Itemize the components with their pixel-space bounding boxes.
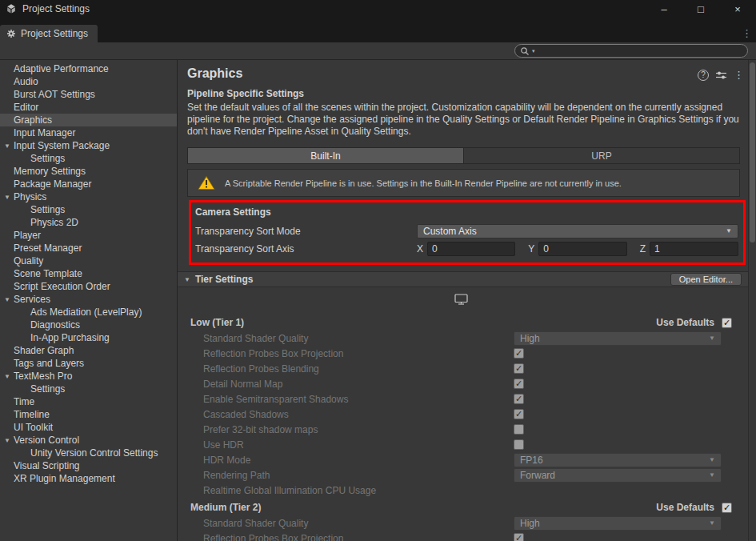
rendering-path-dropdown[interactable]: Forward▼ <box>514 468 722 483</box>
sidebar-item-physics[interactable]: ▼Physics <box>0 190 177 203</box>
sidebar-item-physics-2d[interactable]: Physics 2D <box>0 216 177 229</box>
transparency-sort-mode-row: Transparency Sort Mode Custom Axis ▼ <box>193 223 738 238</box>
axis-y-field[interactable] <box>538 242 626 256</box>
sidebar-item-timeline[interactable]: Timeline <box>0 408 177 421</box>
axis-z-field[interactable] <box>650 242 738 256</box>
foldout-arrow-icon[interactable]: ▼ <box>4 142 14 150</box>
open-editor-button[interactable]: Open Editor... <box>670 273 742 286</box>
sidebar-item-diagnostics[interactable]: Diagnostics <box>0 319 177 331</box>
sidebar-item-time[interactable]: Time <box>0 395 177 408</box>
standard-shader-quality-dropdown[interactable]: High▼ <box>514 516 722 531</box>
axis-x-field[interactable] <box>427 242 515 256</box>
sidebar-item-memory-settings[interactable]: Memory Settings <box>0 165 177 178</box>
close-button[interactable]: × <box>719 0 756 18</box>
foldout-arrow-icon[interactable]: ▼ <box>4 373 14 380</box>
chevron-down-icon: ▼ <box>709 471 715 479</box>
sidebar-item-tags-and-layers[interactable]: Tags and Layers <box>0 357 177 370</box>
sidebar-item-burst-aot-settings[interactable]: Burst AOT Settings <box>0 88 177 101</box>
sidebar-item-version-control[interactable]: ▼Version Control <box>0 434 177 447</box>
section-subtitle: Pipeline Specific Settings <box>187 88 740 99</box>
sidebar-item-ads-mediation-levelplay[interactable]: Ads Mediation (LevelPlay) <box>0 306 177 319</box>
reflection-probes-box-projection-checkbox[interactable]: ✓ <box>514 348 524 359</box>
sidebar-item-visual-scripting[interactable]: Visual Scripting <box>0 459 177 472</box>
sidebar-item-services[interactable]: ▼Services <box>0 293 177 306</box>
platform-row <box>190 291 732 313</box>
foldout-arrow-icon[interactable]: ▼ <box>184 276 190 283</box>
detail-normal-map-checkbox[interactable]: ✓ <box>514 379 524 389</box>
sidebar-item-adaptive-performance[interactable]: Adaptive Performance <box>0 62 177 75</box>
foldout-arrow-icon[interactable]: ▼ <box>4 194 14 201</box>
monitor-icon[interactable] <box>454 294 468 305</box>
camera-settings-annotation-box: Camera Settings Transparency Sort Mode C… <box>189 200 746 265</box>
tab-urp[interactable]: URP <box>464 148 739 163</box>
maximize-button[interactable]: □ <box>682 0 719 18</box>
dropdown-value: High <box>520 518 540 529</box>
vertical-scrollbar[interactable] <box>748 60 756 541</box>
use-defaults-checkbox[interactable]: ✓ <box>722 318 732 328</box>
foldout-arrow-icon[interactable]: ▼ <box>4 437 14 444</box>
help-icon[interactable]: ? <box>698 70 709 81</box>
use-hdr-checkbox[interactable] <box>514 439 524 450</box>
sidebar-item-xr-plugin-management[interactable]: XR Plugin Management <box>0 472 177 485</box>
sidebar-item-in-app-purchasing[interactable]: In-App Purchasing <box>0 331 177 344</box>
sidebar-item-player[interactable]: Player <box>0 229 177 242</box>
foldout-arrow-icon[interactable]: ▼ <box>4 296 14 303</box>
sidebar-item-textmesh-pro[interactable]: ▼TextMesh Pro <box>0 370 177 383</box>
sidebar-item-preset-manager[interactable]: Preset Manager <box>0 242 177 254</box>
sidebar-item-editor[interactable]: Editor <box>0 101 177 114</box>
tier-setting-label: Standard Shader Quality <box>190 333 514 344</box>
search-box[interactable]: ▾ <box>514 44 748 58</box>
graphics-panel: Graphics ? ⋮ Pipeline Specific Settings … <box>178 60 748 541</box>
sidebar-item-script-execution-order[interactable]: Script Execution Order <box>0 280 177 293</box>
sidebar-item-audio[interactable]: Audio <box>0 75 177 88</box>
sidebar-item-graphics[interactable]: Graphics <box>0 114 177 126</box>
tier-setting-row: Reflection Probes Box Projection✓ <box>190 531 732 541</box>
sidebar-item-label: Ads Mediation (LevelPlay) <box>30 307 142 318</box>
camera-settings-title: Camera Settings <box>193 204 738 221</box>
prefer-32-bit-shadow-maps-checkbox[interactable] <box>514 424 524 435</box>
transparency-sort-mode-label: Transparency Sort Mode <box>193 226 417 237</box>
sidebar-item-quality[interactable]: Quality <box>0 254 177 267</box>
transparency-sort-mode-dropdown[interactable]: Custom Axis ▼ <box>417 224 738 238</box>
search-icon <box>520 46 530 56</box>
context-menu-icon[interactable]: ⋮ <box>734 69 744 81</box>
tier-name: Medium (Tier 2) <box>190 502 261 513</box>
standard-shader-quality-dropdown[interactable]: High▼ <box>514 331 722 346</box>
enable-semitransparent-shadows-checkbox[interactable]: ✓ <box>514 394 524 404</box>
tier-settings-header[interactable]: ▼ Tier Settings Open Editor... <box>178 271 748 287</box>
sidebar-item-ui-toolkit[interactable]: UI Toolkit <box>0 421 177 434</box>
project-settings-window: Project Settings – □ × Project Settings … <box>0 0 756 541</box>
sidebar-item-label: Settings <box>30 204 65 215</box>
sidebar-item-unity-version-control-settings[interactable]: Unity Version Control Settings <box>0 447 177 459</box>
sidebar-item-settings[interactable]: Settings <box>0 203 177 216</box>
minimize-button[interactable]: – <box>646 0 682 18</box>
sidebar-item-scene-template[interactable]: Scene Template <box>0 267 177 280</box>
reflection-probes-blending-checkbox[interactable]: ✓ <box>514 363 524 374</box>
tab-project-settings[interactable]: Project Settings <box>0 25 98 42</box>
use-defaults-checkbox[interactable]: ✓ <box>722 503 732 513</box>
reflection-probes-box-projection-checkbox[interactable]: ✓ <box>514 533 524 541</box>
search-input[interactable] <box>538 46 742 56</box>
hdr-mode-dropdown[interactable]: FP16▼ <box>514 453 722 467</box>
sidebar-list: Adaptive PerformanceAudioBurst AOT Setti… <box>0 62 177 485</box>
sidebar-item-settings[interactable]: Settings <box>0 383 177 395</box>
sidebar-item-input-system-package[interactable]: ▼Input System Package <box>0 139 177 152</box>
sidebar-item-settings[interactable]: Settings <box>0 152 177 165</box>
sidebar-item-input-manager[interactable]: Input Manager <box>0 126 177 139</box>
axis-z-label: Z <box>640 243 646 254</box>
unity-logo-icon <box>6 3 17 14</box>
presets-icon[interactable] <box>716 70 726 80</box>
cascaded-shadows-checkbox[interactable]: ✓ <box>514 409 524 419</box>
scrollbar-thumb[interactable] <box>750 62 755 242</box>
axis-y-group: Y <box>528 242 626 256</box>
sidebar-item-shader-graph[interactable]: Shader Graph <box>0 344 177 357</box>
sidebar-item-package-manager[interactable]: Package Manager <box>0 178 177 190</box>
tier-settings-body: Low (Tier 1)Use Defaults✓Standard Shader… <box>178 287 748 541</box>
tab-built-in[interactable]: Built-In <box>188 148 464 163</box>
tier-setting-row: HDR ModeFP16▼ <box>190 452 732 467</box>
tier-setting-label: Cascaded Shadows <box>190 409 514 420</box>
tab-strip-menu-icon[interactable]: ⋮ <box>742 27 752 39</box>
sidebar-item-label: UI Toolkit <box>14 422 53 433</box>
search-filter-caret-icon[interactable]: ▾ <box>532 48 535 54</box>
tab-strip: Project Settings ⋮ <box>0 18 756 42</box>
